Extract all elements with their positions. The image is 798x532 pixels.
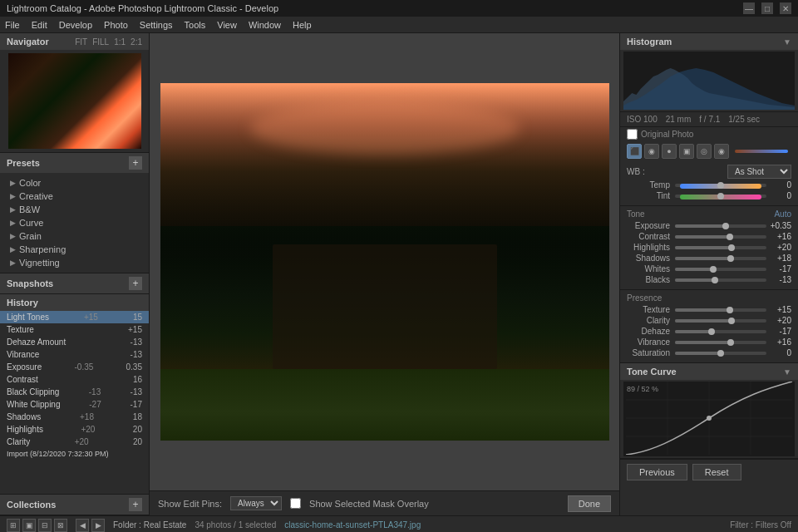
history-item[interactable]: Dehaze Amount -13 [0,336,149,348]
history-item[interactable]: Clarity +20 20 [0,436,149,448]
history-item-name: Exposure [7,362,42,372]
clarity-thumb[interactable] [728,318,735,324]
preset-creative[interactable]: ▶ Creative [7,190,142,203]
done-button[interactable]: Done [568,495,611,512]
presets-label: Presets [7,158,40,168]
menu-file[interactable]: File [5,20,20,30]
history-item[interactable]: Contrast 16 [0,373,149,386]
reset-button[interactable]: Reset [692,464,741,480]
exposure-thumb[interactable] [722,223,729,229]
tone-section: Tone Auto Exposure +0.35 Contrast +16 [620,206,798,290]
texture-slider[interactable] [675,308,766,312]
tone-auto[interactable]: Auto [774,209,791,219]
dehaze-slider[interactable] [675,330,766,333]
survey-view-button[interactable]: ⊠ [54,519,67,532]
menu-view[interactable]: View [217,20,237,30]
texture-thumb[interactable] [727,307,733,313]
history-item[interactable]: White Clipping -27 -17 [0,398,149,411]
history-list: Light Tones +15 15 Texture +15 Dehaze Am… [0,311,149,460]
prev-photo-button[interactable]: ◀ [76,519,89,532]
preset-sharpening[interactable]: ▶ Sharpening [7,243,142,256]
exposure-slider[interactable] [675,224,766,228]
color-grading-icon[interactable]: ▣ [679,144,694,159]
tone-curve-header[interactable]: Tone Curve ▼ [620,363,798,380]
nav-1to1[interactable]: 1:1 [114,37,126,47]
whites-slider[interactable] [675,268,766,271]
menu-settings[interactable]: Settings [140,20,173,30]
history-header[interactable]: History [0,294,149,311]
history-item[interactable]: Highlights +20 20 [0,423,149,436]
menu-window[interactable]: Window [249,20,281,30]
wb-preset-select[interactable]: As Shot Auto Daylight Custom [727,165,791,179]
temp-thumb[interactable] [717,182,724,189]
preset-grain[interactable]: ▶ Grain [7,229,142,243]
history-item[interactable]: Exposure -0.35 0.35 [0,361,149,373]
preset-curve[interactable]: ▶ Curve [7,216,142,229]
menu-edit[interactable]: Edit [32,20,47,30]
shadows-thumb[interactable] [727,255,734,262]
snapshots-header[interactable]: Snapshots + [0,273,149,293]
preset-color[interactable]: ▶ Color [7,176,142,190]
contrast-thumb[interactable] [727,234,733,240]
highlights-slider[interactable] [675,246,766,249]
contrast-slider[interactable] [675,235,766,239]
wb-section: WB : As Shot Auto Daylight Custom Temp 0… [620,161,798,206]
vibrance-thumb[interactable] [727,339,734,346]
chevron-right-icon: ▶ [10,232,16,240]
grid-view-button[interactable]: ⊞ [7,519,20,532]
preset-bw[interactable]: ▶ B&W [7,203,142,216]
basic-panel-icon[interactable]: ⬛ [627,144,642,159]
shadows-slider[interactable] [675,257,766,260]
vibrance-slider[interactable] [675,341,766,344]
blacks-thumb[interactable] [712,277,718,283]
saturation-thumb[interactable] [717,350,724,357]
nav-fit[interactable]: FIT [75,37,87,47]
add-preset-button[interactable]: + [129,156,142,170]
close-button[interactable]: ✕ [780,2,791,14]
blacks-slider[interactable] [675,278,766,282]
tint-slider[interactable] [675,195,766,198]
previous-button[interactable]: Previous [627,464,687,480]
menu-tools[interactable]: Tools [185,20,206,30]
highlights-thumb[interactable] [728,244,735,251]
history-item[interactable]: Import (8/12/2020 7:32:30 PM) [0,448,149,460]
history-item[interactable]: Black Clipping -13 -13 [0,386,149,398]
loupe-view-button[interactable]: ▣ [22,519,36,532]
whites-thumb[interactable] [710,266,717,273]
histogram-header[interactable]: Histogram ▼ [620,33,798,50]
add-snapshot-button[interactable]: + [129,277,142,290]
maximize-button[interactable]: □ [761,2,773,14]
tint-thumb[interactable] [717,193,724,200]
menu-help[interactable]: Help [293,20,312,30]
lens-icon[interactable]: ◉ [714,144,729,159]
minimize-button[interactable]: — [743,2,755,14]
preset-vignetting[interactable]: ▶ Vignetting [7,256,142,269]
nav-fill[interactable]: FILL [92,37,109,47]
original-photo-checkbox[interactable] [627,129,638,140]
hsl-icon[interactable]: ● [662,144,677,159]
tone-curve-icon[interactable]: ◉ [644,144,659,159]
add-collection-button[interactable]: + [129,498,142,511]
history-item[interactable]: Texture +15 [0,323,149,336]
temp-slider[interactable] [675,184,766,187]
history-item[interactable]: Light Tones +15 15 [0,311,149,323]
exposure-label: Exposure [627,221,675,230]
menu-develop[interactable]: Develop [59,20,92,30]
dehaze-thumb[interactable] [708,328,715,335]
saturation-slider[interactable] [675,352,766,355]
detail-icon[interactable]: ◎ [697,144,712,159]
saturation-row: Saturation 0 [627,348,791,357]
history-before: -13 [89,387,101,397]
show-mask-checkbox[interactable] [290,498,301,509]
navigator-header[interactable]: Navigator FIT FILL 1:1 2:1 [0,33,149,50]
history-item[interactable]: Shadows +18 18 [0,411,149,423]
menu-photo[interactable]: Photo [104,20,128,30]
next-photo-button[interactable]: ▶ [91,519,105,532]
compare-view-button[interactable]: ⊟ [38,519,52,532]
edit-pins-select[interactable]: Always Never Auto [230,496,282,510]
history-item[interactable]: Vibrance -13 [0,348,149,361]
presets-header[interactable]: Presets + [0,153,149,173]
collections-header[interactable]: Collections + [0,495,149,515]
clarity-slider[interactable] [675,319,766,323]
nav-2to1[interactable]: 2:1 [131,37,142,47]
